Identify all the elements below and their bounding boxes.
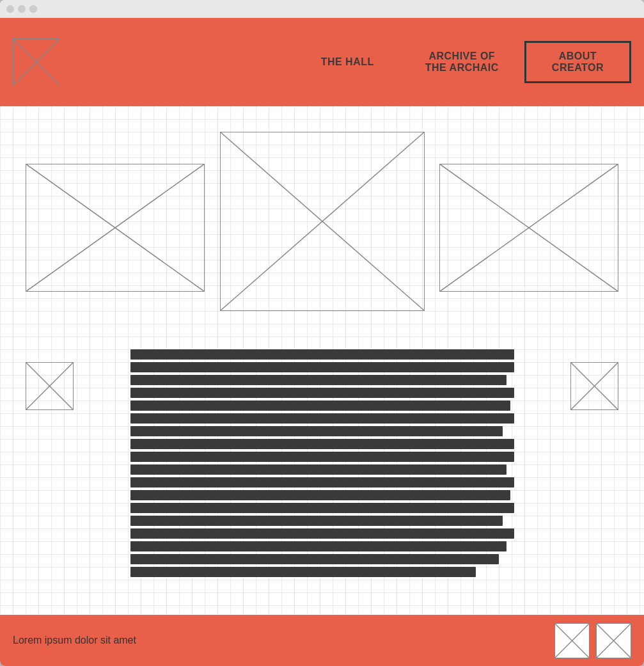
text-line — [130, 349, 514, 360]
images-row — [13, 132, 631, 317]
text-line — [130, 464, 507, 475]
text-line — [130, 490, 510, 500]
text-line — [130, 477, 514, 488]
text-line — [130, 388, 514, 398]
image-placeholder-center — [220, 132, 425, 311]
traffic-light-maximize[interactable] — [29, 5, 37, 13]
image-placeholder-small-left — [26, 362, 74, 410]
navbar: THE HALL ARCHIVE OFTHE ARCHAIC ABOUTCREA… — [0, 18, 644, 106]
text-line — [130, 400, 510, 411]
footer-icon-1[interactable] — [554, 623, 590, 658]
text-line — [130, 426, 503, 436]
footer-icon-2[interactable] — [596, 623, 631, 658]
text-line — [130, 554, 499, 564]
footer-icons — [554, 623, 631, 658]
traffic-light-close[interactable] — [6, 5, 14, 13]
text-line — [130, 528, 514, 539]
image-placeholder-left — [26, 164, 205, 292]
text-line — [130, 439, 514, 449]
text-line — [130, 452, 514, 462]
app-window: THE HALL ARCHIVE OFTHE ARCHAIC ABOUTCREA… — [0, 0, 644, 666]
text-line — [130, 413, 514, 424]
image-placeholder-right — [439, 164, 618, 292]
text-line — [130, 362, 514, 372]
title-bar — [0, 0, 644, 18]
footer: Lorem ipsum dolor sit amet — [0, 615, 644, 666]
text-line — [130, 375, 507, 385]
image-placeholder-small-right — [570, 362, 618, 410]
logo[interactable] — [13, 38, 60, 86]
nav-item-about[interactable]: ABOUTCREATOR — [524, 41, 631, 83]
nav-item-hall[interactable]: THE HALL — [295, 49, 400, 75]
nav-item-archive[interactable]: ARCHIVE OFTHE ARCHAIC — [400, 43, 524, 81]
nav-items: THE HALL ARCHIVE OFTHE ARCHAIC ABOUTCREA… — [295, 41, 631, 83]
text-line — [130, 503, 514, 513]
text-line — [130, 567, 476, 577]
main-content — [0, 106, 644, 615]
footer-text: Lorem ipsum dolor sit amet — [13, 635, 136, 646]
text-line — [130, 516, 503, 526]
text-lines-block — [130, 349, 514, 577]
traffic-light-minimize[interactable] — [18, 5, 26, 13]
text-line — [130, 541, 507, 551]
